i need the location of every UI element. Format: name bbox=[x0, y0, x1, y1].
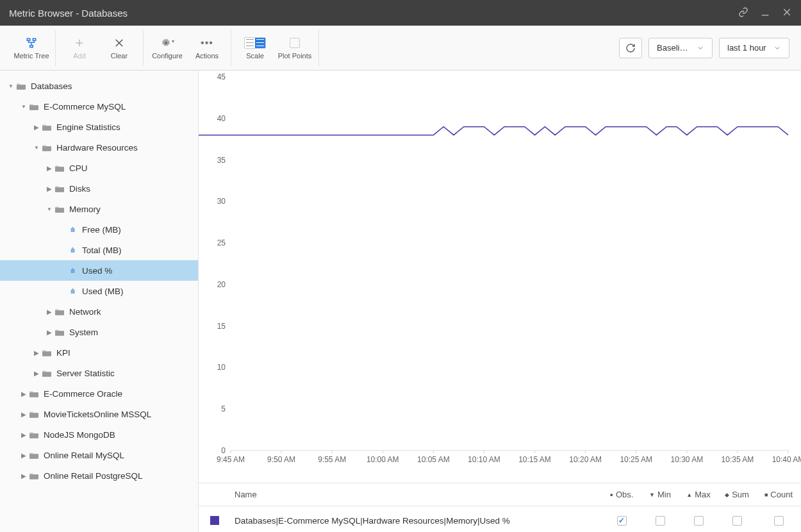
tree-folder-item[interactable]: ▶NodeJS MongoDB bbox=[0, 424, 198, 445]
tree-folder-item[interactable]: ▶System bbox=[0, 322, 198, 342]
folder-icon bbox=[54, 328, 65, 336]
tree-folder-item[interactable]: ▶Disks bbox=[0, 178, 198, 199]
window-title: Metric Browser - Databases bbox=[9, 8, 738, 19]
max-checkbox[interactable] bbox=[694, 516, 704, 526]
expand-icon[interactable]: ▶ bbox=[45, 185, 54, 192]
plot-points-toggle[interactable]: Plot Points bbox=[275, 30, 315, 66]
tree-folder-item[interactable]: ▶Server Statistic bbox=[0, 363, 198, 383]
tree-label: E-Commerce Oracle bbox=[44, 389, 122, 399]
tree-folder-item[interactable]: ▼Memory bbox=[0, 199, 198, 219]
folder-icon bbox=[15, 82, 27, 90]
expand-icon[interactable]: ▶ bbox=[45, 165, 54, 172]
toolbar: Metric Tree Add Clear ▾ Configure ••• Ac… bbox=[0, 26, 801, 71]
refresh-button[interactable] bbox=[619, 38, 642, 58]
folder-icon bbox=[41, 144, 53, 151]
col-max[interactable]: ▲Max bbox=[679, 490, 718, 499]
tree-folder-item[interactable]: ▶Online Retail PostgreSQL bbox=[0, 465, 198, 486]
svg-text:10:30 AM: 10:30 AM bbox=[670, 455, 703, 464]
svg-text:10:20 AM: 10:20 AM bbox=[569, 455, 602, 464]
actions-button[interactable]: ••• Actions bbox=[187, 30, 227, 66]
svg-rect-3 bbox=[27, 38, 30, 40]
svg-text:10:35 AM: 10:35 AM bbox=[722, 455, 754, 464]
expand-icon[interactable]: ▶ bbox=[19, 431, 28, 438]
svg-text:9:50 AM: 9:50 AM bbox=[267, 455, 295, 464]
folder-icon bbox=[41, 123, 53, 131]
svg-text:10:40 AM: 10:40 AM bbox=[772, 455, 801, 464]
folder-icon bbox=[28, 472, 40, 479]
collapse-icon[interactable]: ▼ bbox=[45, 206, 54, 212]
collapse-icon[interactable]: ▼ bbox=[6, 83, 15, 89]
close-icon[interactable] bbox=[782, 7, 792, 19]
tree-label: CPU bbox=[69, 163, 88, 173]
expand-icon[interactable]: ▶ bbox=[19, 411, 28, 418]
tree-label: Online Retail MySQL bbox=[44, 451, 124, 460]
col-name[interactable]: Name bbox=[231, 490, 602, 499]
svg-text:10:10 AM: 10:10 AM bbox=[468, 455, 500, 464]
expand-icon[interactable]: ▶ bbox=[19, 472, 28, 479]
tree-label: Databases bbox=[31, 81, 72, 91]
tree-folder-item[interactable]: ▶Network bbox=[0, 301, 198, 322]
col-obs[interactable]: ●Obs. bbox=[602, 490, 641, 499]
sum-checkbox[interactable] bbox=[732, 516, 742, 526]
tree-metric-item[interactable]: ılıUsed (MB) bbox=[0, 281, 198, 301]
tree-folder-item[interactable]: ▶CPU bbox=[0, 158, 198, 178]
expand-icon[interactable]: ▶ bbox=[32, 124, 41, 131]
folder-icon bbox=[54, 205, 65, 213]
expand-icon[interactable]: ▶ bbox=[45, 308, 54, 315]
collapse-icon[interactable]: ▼ bbox=[19, 104, 28, 110]
expand-icon[interactable]: ▶ bbox=[32, 370, 41, 377]
svg-text:25: 25 bbox=[217, 238, 226, 247]
add-button[interactable]: Add bbox=[60, 30, 99, 66]
tree-metric-item[interactable]: ılıFree (MB) bbox=[0, 219, 198, 240]
obs-checkbox[interactable] bbox=[617, 516, 627, 526]
minimize-icon[interactable] bbox=[760, 7, 770, 19]
tree-folder-item[interactable]: ▶E-Commerce Oracle bbox=[0, 383, 198, 404]
tree-folder-item[interactable]: ▶Engine Statistics bbox=[0, 117, 198, 137]
time-range-dropdown[interactable]: last 1 hour bbox=[719, 38, 789, 58]
link-icon[interactable] bbox=[738, 7, 748, 19]
folder-icon bbox=[54, 185, 65, 192]
expand-icon[interactable]: ▶ bbox=[19, 452, 28, 459]
tree-label: Disks bbox=[69, 184, 90, 194]
expand-icon[interactable]: ▶ bbox=[19, 390, 28, 397]
col-count[interactable]: ■Count bbox=[756, 490, 801, 499]
metric-icon: ılı bbox=[67, 267, 78, 274]
tree-label: System bbox=[69, 328, 98, 337]
expand-icon[interactable]: ▶ bbox=[32, 349, 41, 356]
tree-folder-item[interactable]: ▼Hardware Resources bbox=[0, 137, 198, 158]
tree-label: Server Statistic bbox=[56, 369, 115, 378]
min-checkbox[interactable] bbox=[656, 516, 665, 526]
tree-folder-item[interactable]: ▶KPI bbox=[0, 342, 198, 363]
svg-text:10:00 AM: 10:00 AM bbox=[367, 455, 399, 464]
tree-metric-item[interactable]: ılıUsed % bbox=[0, 260, 198, 281]
collapse-icon[interactable]: ▼ bbox=[32, 145, 41, 151]
metric-icon: ılı bbox=[67, 226, 78, 233]
metric-tree-button[interactable]: Metric Tree bbox=[12, 30, 51, 66]
tree-label: Used (MB) bbox=[82, 287, 124, 296]
table-row[interactable]: Databases|E-Commerce MySQL|Hardware Reso… bbox=[199, 506, 801, 532]
expand-icon[interactable]: ▶ bbox=[45, 329, 54, 336]
tree-label: E-Commerce MySQL bbox=[44, 102, 126, 112]
folder-icon bbox=[54, 164, 65, 172]
folder-icon bbox=[41, 369, 53, 377]
metric-icon: ılı bbox=[67, 246, 78, 254]
clear-button[interactable]: Clear bbox=[99, 30, 139, 66]
count-checkbox[interactable] bbox=[774, 516, 784, 526]
col-sum[interactable]: ◆Sum bbox=[718, 490, 756, 499]
baseline-dropdown[interactable]: Baseline… bbox=[648, 38, 713, 58]
metric-tree-sidebar[interactable]: ▼Databases▼E-Commerce MySQL▶Engine Stati… bbox=[0, 71, 199, 532]
tree-folder-item[interactable]: ▶MovieTicketsOnline MSSQL bbox=[0, 404, 198, 424]
svg-text:35: 35 bbox=[217, 156, 226, 165]
tree-label: Free (MB) bbox=[82, 225, 121, 235]
tree-folder-item[interactable]: ▼E-Commerce MySQL bbox=[0, 96, 198, 117]
metric-icon: ılı bbox=[67, 287, 78, 295]
tree-metric-item[interactable]: ılıTotal (MB) bbox=[0, 240, 198, 260]
col-min[interactable]: ▼Min bbox=[641, 490, 679, 499]
folder-icon bbox=[28, 451, 40, 459]
tree-folder-item[interactable]: ▶Online Retail MySQL bbox=[0, 445, 198, 465]
scale-toggle[interactable]: Scale bbox=[235, 30, 275, 66]
svg-text:20: 20 bbox=[217, 280, 226, 289]
tree-label: NodeJS MongoDB bbox=[44, 430, 115, 440]
configure-button[interactable]: ▾ Configure bbox=[147, 30, 187, 66]
tree-folder-item[interactable]: ▼Databases bbox=[0, 76, 198, 96]
